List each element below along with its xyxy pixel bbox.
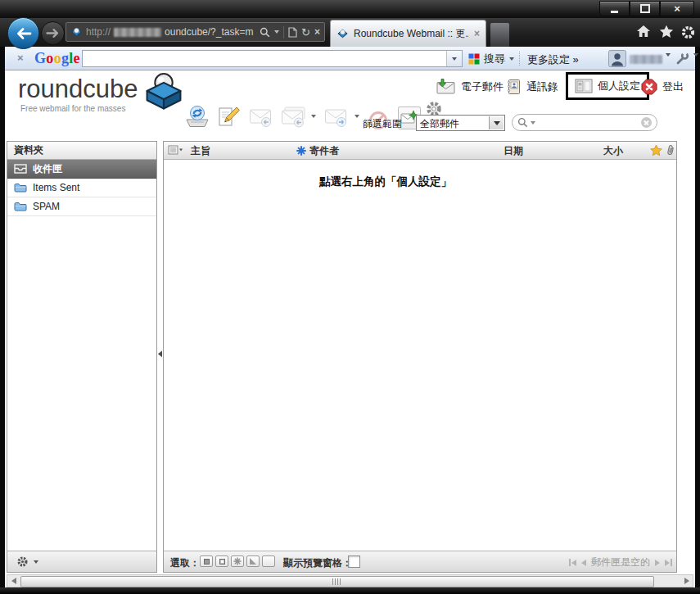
- sender-marker-icon: [296, 146, 306, 156]
- search-provider-caret[interactable]: [274, 30, 279, 34]
- mailbox-status: 郵件匣是空的: [591, 555, 650, 569]
- first-page-button[interactable]: [569, 559, 576, 566]
- select-page-button[interactable]: [215, 555, 228, 567]
- toolbar-search-button[interactable]: 搜尋: [465, 50, 517, 67]
- tools-button[interactable]: [680, 25, 696, 40]
- select-unread-button[interactable]: [231, 555, 244, 567]
- last-page-button[interactable]: [665, 559, 672, 566]
- folder-spam[interactable]: SPAM: [7, 197, 156, 216]
- address-bar[interactable]: http:// oundcube/?_task=m ↻ ×: [65, 22, 325, 42]
- list-options-button[interactable]: [168, 145, 183, 156]
- scrollbar-thumb[interactable]: [20, 576, 654, 587]
- account-button[interactable]: [608, 50, 626, 67]
- sidebar-title: 資料夾: [7, 142, 156, 160]
- home-icon: [636, 25, 651, 38]
- browser-tab[interactable]: Roundcube Webmail :: 更... ×: [330, 20, 486, 47]
- toolbar-options-button[interactable]: [675, 52, 689, 66]
- compose-button[interactable]: [216, 105, 241, 129]
- close-window-button[interactable]: ×: [660, 1, 694, 16]
- check-mail-icon: [184, 105, 210, 129]
- sidebar-footer: [7, 551, 156, 572]
- address-bar-actions: ↻ ×: [260, 26, 320, 39]
- horizontal-scrollbar[interactable]: [7, 574, 693, 587]
- refresh-icon[interactable]: ↻: [301, 27, 310, 38]
- folder-sidebar: 資料夾 收件匣 Items Sent SP: [7, 141, 157, 573]
- google-logo: Google: [34, 50, 80, 67]
- compose-icon: [216, 105, 241, 129]
- taskbar-addressbook-button[interactable]: 通訊錄: [505, 79, 558, 95]
- mail-search-box[interactable]: [512, 114, 657, 131]
- forward-caret[interactable]: [355, 118, 359, 133]
- account-caret[interactable]: [666, 57, 671, 71]
- scroll-left-arrow[interactable]: [7, 575, 20, 587]
- inbox-icon: [14, 164, 27, 174]
- compatibility-view-icon[interactable]: [288, 27, 297, 38]
- forward-button[interactable]: [41, 21, 65, 45]
- column-subject[interactable]: 主旨: [191, 144, 210, 158]
- select-all-button[interactable]: [200, 555, 213, 567]
- select-invert-button[interactable]: [246, 555, 260, 567]
- previous-page-button[interactable]: [581, 560, 586, 566]
- home-button[interactable]: [636, 25, 651, 38]
- reply-all-caret[interactable]: [311, 118, 316, 133]
- column-attachment-icon[interactable]: [666, 144, 675, 156]
- folder-label: 收件匣: [33, 162, 62, 176]
- folder-label: Items Sent: [33, 182, 79, 193]
- filter-select-button[interactable]: [489, 116, 504, 129]
- folder-inbox[interactable]: 收件匣: [7, 160, 156, 179]
- taskbar-logout-button[interactable]: 登出: [641, 79, 684, 95]
- search-options-caret[interactable]: [531, 121, 535, 125]
- options-caret[interactable]: [693, 57, 698, 71]
- reply-all-button[interactable]: [281, 107, 307, 128]
- check-mail-button[interactable]: [184, 105, 210, 129]
- folder-icon: [14, 202, 27, 211]
- minimize-button[interactable]: [599, 1, 630, 16]
- tab-close-icon[interactable]: ×: [474, 29, 480, 39]
- reply-icon: [249, 108, 273, 128]
- separator: [283, 26, 284, 39]
- search-history-dropdown[interactable]: [446, 51, 462, 66]
- column-flag-star-icon[interactable]: [650, 144, 662, 156]
- toolbar-search-input[interactable]: [83, 52, 444, 67]
- scroll-right-arrow[interactable]: [680, 575, 693, 587]
- google-toolbar: × Google 搜尋 更多設定 »: [5, 47, 695, 70]
- logo-letter: o: [46, 50, 53, 66]
- taskbar-settings-label: 個人設定: [598, 79, 640, 93]
- clear-search-icon[interactable]: [641, 117, 652, 128]
- forward-button[interactable]: [324, 108, 349, 128]
- favorites-button[interactable]: [659, 25, 674, 39]
- next-page-button[interactable]: [655, 560, 660, 566]
- folder-items-sent[interactable]: Items Sent: [7, 179, 156, 197]
- search-icon[interactable]: [260, 27, 270, 38]
- column-size[interactable]: 大小: [603, 144, 623, 158]
- back-button[interactable]: [7, 17, 39, 49]
- folder-label: SPAM: [33, 201, 60, 212]
- taskbar-settings-button[interactable]: 個人設定: [575, 79, 640, 93]
- stop-icon[interactable]: ×: [314, 27, 320, 37]
- filter-select-value: 全部郵件: [420, 117, 459, 131]
- toolbar-close-icon[interactable]: ×: [17, 52, 24, 63]
- message-list: 主旨 寄件者 日期 大小 點選右上角的「個人設定」 選取：: [163, 141, 677, 573]
- select-none-button[interactable]: [262, 555, 275, 567]
- window-controls: ×: [599, 1, 694, 16]
- column-date[interactable]: 日期: [504, 144, 523, 158]
- reply-button[interactable]: [249, 108, 273, 128]
- separator: [519, 52, 520, 66]
- mail-icon: [436, 79, 456, 94]
- mail-search-input[interactable]: [538, 116, 639, 129]
- more-settings-link[interactable]: 更多設定 »: [527, 52, 579, 67]
- close-icon: ×: [674, 3, 680, 14]
- folder-actions-gear-icon[interactable]: [16, 555, 29, 568]
- new-tab-stub[interactable]: [490, 23, 509, 47]
- logo-letter: g: [61, 50, 69, 66]
- filter-select[interactable]: 全部郵件: [416, 115, 505, 131]
- column-sender[interactable]: 寄件者: [309, 144, 339, 158]
- google-search-icon: [468, 53, 480, 65]
- preview-pane-checkbox[interactable]: [348, 555, 360, 568]
- filter-label: 篩選範圍: [363, 117, 402, 131]
- folder-actions-caret[interactable]: [34, 560, 38, 564]
- maximize-button[interactable]: [630, 1, 660, 16]
- browser-window: × http:// oundcube/?_task=m ↻ × Roundcu: [0, 0, 700, 594]
- taskbar-mail-button[interactable]: 電子郵件: [436, 79, 504, 94]
- sidebar-splitter[interactable]: [157, 141, 163, 573]
